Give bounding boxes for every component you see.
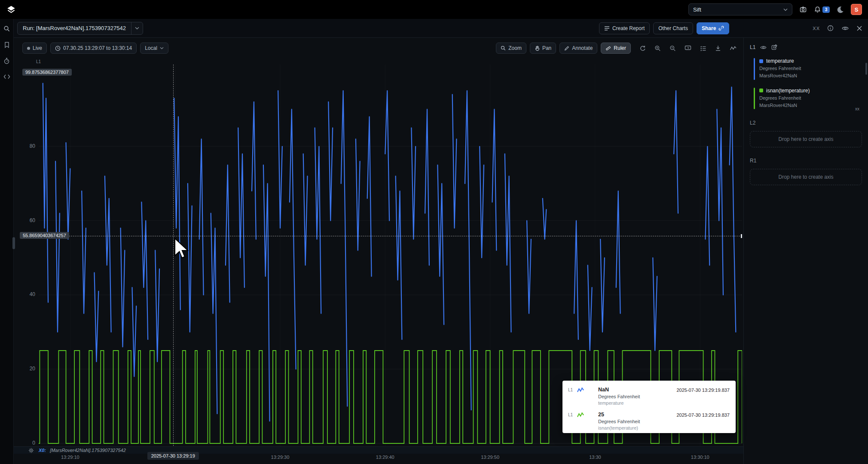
rail-stopwatch-button[interactable]	[2, 56, 11, 66]
other-charts-button[interactable]: Other Charts	[653, 22, 693, 34]
live-dot-icon	[27, 47, 30, 50]
zoom-mode-button[interactable]: Zoom	[496, 43, 526, 54]
axis-l2-title: L2	[750, 120, 862, 126]
sidebar-collapse-handle[interactable]	[12, 237, 15, 249]
ruler-value-label: 55.86590403674257	[20, 232, 69, 239]
x-tick: 13:30	[589, 455, 601, 460]
line-series-icon	[577, 387, 584, 393]
close-icon	[857, 26, 862, 31]
axis-visibility-button[interactable]	[760, 45, 767, 50]
edit-icon	[771, 44, 777, 50]
ruler-time-label: 2025-07-30 13:29:19	[147, 452, 199, 460]
annotate-mode-button[interactable]: Annotate	[559, 43, 597, 54]
x-tick: 13:30:10	[691, 455, 709, 460]
hover-tooltip-toggle-button[interactable]	[684, 44, 692, 52]
eye-icon	[842, 26, 849, 31]
gear-icon	[28, 448, 34, 453]
visibility-button[interactable]	[841, 25, 850, 32]
stopwatch-icon	[3, 58, 10, 64]
y-tick: 80	[16, 143, 35, 149]
list-icon	[604, 26, 610, 31]
sparkline-button[interactable]	[729, 45, 737, 52]
axis-r1-drop-zone[interactable]: Drop here to create axis	[750, 169, 862, 185]
notification-badge: 3	[822, 6, 830, 13]
zoom-label: Zoom	[508, 45, 522, 51]
info-button[interactable]	[826, 24, 834, 32]
hover-tooltip: L1 NaN Degrees Fahrenheit temperature 20…	[562, 381, 736, 433]
rail-bookmark-button[interactable]	[3, 40, 11, 49]
pan-label: Pan	[542, 45, 551, 51]
eye-icon	[760, 45, 767, 50]
info-icon	[827, 25, 834, 31]
legend-item-isnan-temperature[interactable]: isnan(temperature) Degrees Fahrenheit Ma…	[750, 87, 862, 110]
zoom-out-button[interactable]	[669, 44, 677, 52]
time-range-button[interactable]: 07.30.25 13:29:07 to 13:30:14	[50, 43, 137, 54]
chevron-down-icon[interactable]	[131, 22, 143, 34]
series-color-chip	[759, 89, 763, 92]
clock-icon	[55, 46, 61, 51]
moon-icon	[837, 6, 844, 13]
sparkline-icon	[730, 46, 737, 51]
bookmark-icon	[4, 42, 10, 48]
chevron-down-icon	[160, 47, 164, 49]
run-bar: Run: [MarsRover42NaN].1753907327542 Crea…	[14, 19, 868, 38]
live-button[interactable]: Live	[22, 43, 47, 54]
legend-item-temperature[interactable]: temperature Degrees Fahrenheit MarsRover…	[750, 58, 862, 80]
series-run: MarsRover42NaN	[759, 73, 860, 79]
camera-button[interactable]	[798, 5, 808, 14]
sift-logo	[6, 5, 16, 14]
share-button[interactable]: Share	[697, 22, 729, 34]
axis-l2-drop-zone[interactable]: Drop here to create axis	[750, 131, 862, 147]
legend-note: xx	[855, 107, 859, 111]
axis-labels-toggle[interactable]: XX	[813, 26, 820, 31]
notifications-button[interactable]: 3	[814, 6, 830, 13]
ruler-horizontal-line	[39, 236, 742, 236]
search-icon	[3, 25, 10, 32]
global-search-select[interactable]: Sift	[688, 3, 792, 15]
ruler-mode-button[interactable]: Ruler	[601, 43, 631, 54]
zoom-in-button[interactable]	[654, 44, 662, 52]
tooltip-channel: temperature	[598, 400, 730, 406]
y-tick: 0	[16, 440, 35, 446]
tooltip-row-temperature: L1 NaN Degrees Fahrenheit temperature 20…	[562, 386, 736, 406]
magnifier-icon	[501, 46, 506, 51]
tooltip-row-isnan-temperature: L1 25 Degrees Fahrenheit isnan(temperatu…	[562, 411, 736, 430]
axis-edit-button[interactable]	[771, 44, 777, 50]
link-icon	[718, 25, 724, 31]
reset-zoom-button[interactable]	[639, 44, 647, 52]
series-unit: Degrees Fahrenheit	[759, 65, 860, 71]
annotate-label: Annotate	[572, 45, 593, 51]
hover-box-icon	[685, 45, 691, 51]
tooltip-axis: L1	[568, 412, 573, 417]
series-name: temperature	[766, 58, 794, 64]
run-select[interactable]: Run: [MarsRover42NaN].1753907327542	[17, 22, 143, 35]
chart-toolbar: Live 07.30.25 13:29:07 to 13:30:14 Local…	[22, 42, 737, 54]
right-sidebar: L1 temperature Degrees Fahrenheit MarsRo…	[743, 38, 868, 464]
pan-mode-button[interactable]: Pan	[530, 43, 556, 54]
y-axis-name: L1	[36, 59, 41, 64]
ruler-icon	[605, 46, 611, 51]
timezone-select[interactable]: Local	[140, 43, 168, 54]
x0-run-name: [MarsRover42NaN].1753907327542	[50, 448, 126, 453]
create-report-button[interactable]: Create Report	[599, 22, 650, 34]
x-axis-settings-button[interactable]	[28, 447, 35, 454]
rail-search-button[interactable]	[2, 24, 12, 34]
tooltip-channel: isnan(temperature)	[598, 425, 730, 430]
legend-toggle-button[interactable]	[699, 45, 707, 52]
sidebar-scrollbar[interactable]	[865, 63, 867, 75]
run-select-label: Run: [MarsRover42NaN].1753907327542	[18, 22, 131, 34]
rail-code-button[interactable]	[2, 73, 12, 81]
create-report-label: Create Report	[612, 25, 645, 31]
tooltip-timestamp: 2025-07-30 13:29:19.837	[676, 412, 730, 418]
theme-toggle-button[interactable]	[836, 5, 845, 14]
series-unit: Degrees Fahrenheit	[759, 95, 860, 101]
avatar[interactable]: S	[851, 4, 862, 15]
close-panel-button[interactable]	[856, 25, 863, 32]
series-name: isnan(temperature)	[766, 88, 810, 94]
download-button[interactable]	[714, 44, 722, 52]
x-tick: 13:29:50	[481, 455, 499, 460]
axis-l1-title: L1	[750, 44, 755, 50]
x-tick: 13:29:10	[61, 455, 79, 460]
tooltip-unit: Degrees Fahrenheit	[598, 419, 730, 424]
y-tick: 20	[16, 366, 35, 372]
